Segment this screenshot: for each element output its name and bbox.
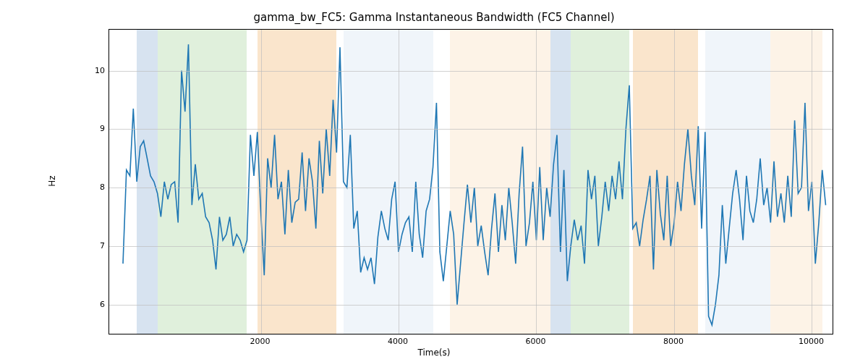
x-tick-label: 4000 [388,337,408,346]
grid-line-h [109,129,833,130]
x-tick-label: 8000 [663,337,684,346]
grid-line-h [109,71,833,72]
plot-area [109,29,833,334]
x-tick-label: 2000 [250,337,271,346]
data-line [109,30,833,334]
chart-container: gamma_bw_FC5: Gamma Instantaneous Bandwi… [0,0,868,362]
y-tick-label: 9 [76,124,105,133]
grid-line-h [109,188,833,188]
grid-line-v [399,30,399,334]
y-tick-label: 8 [76,182,105,192]
y-tick-label: 10 [76,65,105,75]
y-tick-label: 6 [76,299,105,308]
x-tick-label: 10000 [799,337,824,346]
x-axis-label: Time(s) [0,348,868,358]
grid-line-h [109,305,833,306]
y-tick-label: 7 [76,240,105,250]
grid-line-v [261,30,262,334]
grid-line-v [674,30,675,334]
chart-title: gamma_bw_FC5: Gamma Instantaneous Bandwi… [0,11,868,24]
y-axis-label: Hz [47,175,57,186]
grid-line-v [812,30,812,334]
series-line [123,44,826,325]
grid-line-h [109,246,833,247]
x-tick-label: 6000 [525,337,545,346]
grid-line-v [536,30,537,334]
